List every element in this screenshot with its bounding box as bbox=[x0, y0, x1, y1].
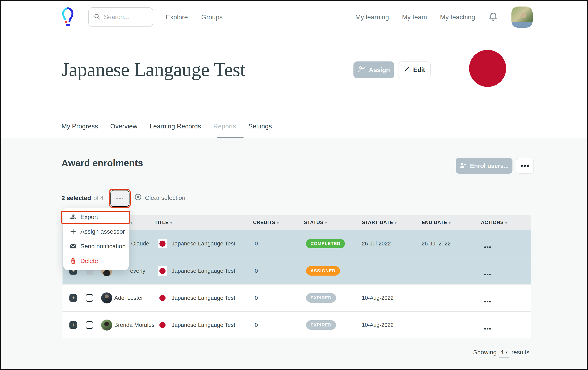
row-checkbox[interactable] bbox=[86, 321, 93, 329]
selection-count-bold: 2 selected bbox=[62, 195, 91, 202]
row-actions-button[interactable] bbox=[484, 247, 491, 248]
tab-reports[interactable]: Reports bbox=[213, 123, 236, 136]
table-row: + Claude Japanese Langauge Test 0 COMPLE… bbox=[63, 230, 531, 257]
plus-icon bbox=[69, 229, 77, 235]
enrolments-table: ▾ TITLE▾ CREDITS▾ STATUS▾ START DATE▾ EN… bbox=[63, 215, 531, 338]
enrol-users-label: Enrol users... bbox=[470, 162, 509, 169]
tab-learning-records[interactable]: Learning Records bbox=[150, 123, 201, 136]
column-header-actions[interactable]: ACTIONS▾ bbox=[481, 220, 507, 225]
row-actions-button[interactable] bbox=[484, 301, 491, 302]
clear-selection-button[interactable]: Clear selection bbox=[134, 193, 185, 202]
column-header-start-date[interactable]: START DATE▾ bbox=[362, 220, 397, 225]
sort-arrow-icon: ▾ bbox=[325, 221, 327, 225]
column-header-end-date[interactable]: END DATE▾ bbox=[422, 220, 451, 225]
edit-button[interactable]: Edit bbox=[398, 62, 431, 78]
course-header: Japanese Langauge Test Assign Edit My Pr… bbox=[1, 34, 587, 138]
assign-button[interactable]: Assign bbox=[353, 62, 394, 78]
credits-value: 0 bbox=[255, 268, 258, 274]
user-avatar[interactable] bbox=[511, 7, 533, 28]
results-label-after: results bbox=[511, 349, 529, 356]
nav-links-left: Explore Groups bbox=[166, 1, 222, 33]
course-cover-flag-circle bbox=[469, 50, 506, 87]
nav-link-my-learning[interactable]: My learning bbox=[355, 13, 389, 21]
learner-name[interactable]: Brenda Morales bbox=[114, 322, 155, 328]
start-date: 10-Aug-2022 bbox=[362, 322, 394, 328]
table-row: + everly Japanese Langauge Test 0 ASSIGN… bbox=[63, 257, 531, 284]
learner-avatar bbox=[101, 319, 112, 330]
search-box bbox=[88, 7, 153, 27]
bulk-actions-button[interactable] bbox=[110, 190, 129, 207]
nav-links-right: My learning My team My teaching bbox=[355, 1, 533, 33]
trash-icon bbox=[69, 258, 77, 264]
row-actions-button[interactable] bbox=[484, 274, 491, 275]
row-actions-button[interactable] bbox=[484, 328, 491, 329]
nav-link-my-teaching[interactable]: My teaching bbox=[440, 13, 475, 21]
tab-settings[interactable]: Settings bbox=[248, 123, 272, 136]
assign-button-label: Assign bbox=[369, 66, 390, 74]
learner-avatar bbox=[101, 292, 112, 303]
bulk-actions-menu: Export Assign assessor Send notification bbox=[63, 208, 129, 270]
start-date: 26-Jul-2022 bbox=[362, 240, 391, 247]
learner-name[interactable]: Adol Lester bbox=[114, 295, 143, 301]
sort-arrow-icon: ▾ bbox=[505, 221, 507, 225]
course-title[interactable]: Japanese Langauge Test bbox=[172, 268, 235, 274]
course-flag-thumbnail bbox=[158, 293, 167, 303]
credits-value: 0 bbox=[255, 322, 258, 328]
end-date: 26-Jul-2022 bbox=[422, 240, 451, 247]
top-nav: Explore Groups My learning My team My te… bbox=[1, 1, 587, 33]
app-logo-icon[interactable] bbox=[62, 6, 74, 29]
menu-item-send-notification[interactable]: Send notification bbox=[63, 239, 129, 254]
expand-row-button[interactable]: + bbox=[69, 294, 77, 302]
status-badge: EXPIRED bbox=[306, 293, 336, 303]
credits-value: 0 bbox=[255, 295, 258, 301]
ellipsis-icon bbox=[521, 165, 523, 167]
pencil-icon bbox=[404, 66, 410, 74]
nav-link-explore[interactable]: Explore bbox=[166, 13, 188, 21]
tab-overview[interactable]: Overview bbox=[110, 123, 137, 136]
sort-arrow-icon: ▾ bbox=[130, 221, 133, 225]
column-header-credits[interactable]: CREDITS▾ bbox=[253, 220, 279, 225]
tab-my-progress[interactable]: My Progress bbox=[62, 123, 98, 136]
enrol-users-button[interactable]: Enrol users... bbox=[456, 158, 513, 174]
search-input[interactable] bbox=[104, 13, 148, 21]
course-flag-thumbnail bbox=[158, 320, 167, 330]
sort-arrow-icon: ▾ bbox=[277, 221, 279, 225]
chevron-down-icon: ▾ bbox=[506, 350, 508, 355]
menu-item-assign-assessor[interactable]: Assign assessor bbox=[63, 224, 129, 239]
column-header-status[interactable]: STATUS▾ bbox=[304, 220, 327, 225]
course-title[interactable]: Japanese Langauge Test bbox=[172, 295, 235, 301]
expand-row-button[interactable]: + bbox=[69, 321, 77, 329]
menu-item-label: Assign assessor bbox=[80, 228, 125, 235]
person-plus-icon bbox=[459, 162, 467, 170]
column-header-name[interactable]: ▾ bbox=[129, 220, 133, 225]
selection-count: 2 selected of 4 bbox=[62, 195, 104, 202]
row-checkbox[interactable] bbox=[86, 294, 93, 302]
column-header-title[interactable]: TITLE▾ bbox=[155, 220, 172, 225]
credits-value: 0 bbox=[255, 240, 258, 247]
table-more-button[interactable] bbox=[516, 158, 534, 174]
download-icon bbox=[69, 214, 77, 220]
course-title[interactable]: Japanese Langauge Test bbox=[172, 240, 235, 247]
course-title[interactable]: Japanese Langauge Test bbox=[172, 322, 235, 328]
menu-item-export[interactable]: Export bbox=[63, 210, 129, 224]
results-count-dropdown[interactable]: 4 ▾ bbox=[499, 349, 509, 358]
screenshot-frame: Explore Groups My learning My team My te… bbox=[0, 0, 588, 370]
nav-link-groups[interactable]: Groups bbox=[201, 13, 223, 21]
learner-name[interactable]: Claude bbox=[131, 240, 149, 247]
person-check-icon bbox=[358, 66, 366, 74]
status-badge: ASSIGNED bbox=[306, 266, 340, 276]
course-flag-thumbnail bbox=[158, 239, 167, 248]
start-date: 10-Aug-2022 bbox=[362, 295, 394, 301]
nav-link-my-team[interactable]: My team bbox=[402, 13, 427, 21]
sort-arrow-icon: ▾ bbox=[395, 221, 397, 225]
clear-circle-x-icon bbox=[134, 193, 142, 202]
envelope-icon bbox=[69, 244, 77, 249]
status-badge: COMPLETED bbox=[306, 239, 345, 248]
menu-item-delete[interactable]: Delete bbox=[63, 254, 129, 268]
results-count: 4 bbox=[500, 349, 504, 356]
page-title: Japanese Langauge Test bbox=[62, 58, 245, 81]
notifications-bell-icon[interactable] bbox=[488, 11, 498, 23]
clear-selection-label: Clear selection bbox=[145, 194, 185, 201]
learner-name[interactable]: everly bbox=[130, 268, 145, 274]
reports-content: Award enrolments Enrol users... 2 select… bbox=[1, 138, 587, 370]
